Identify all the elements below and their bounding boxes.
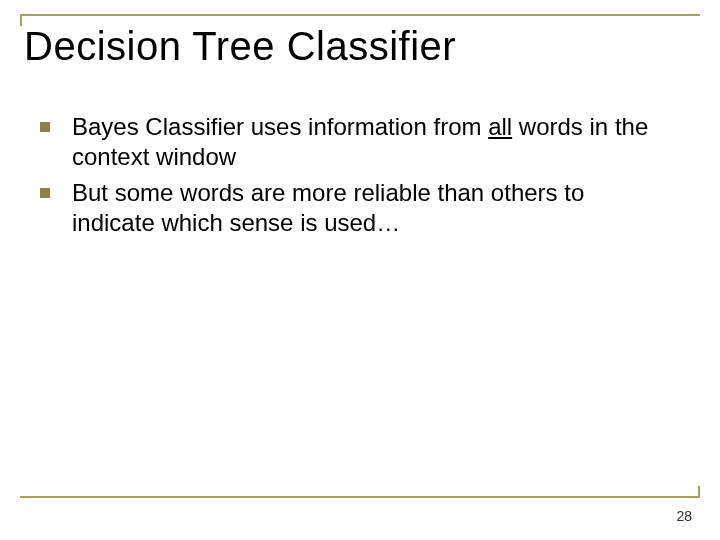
bottom-rule-tick bbox=[698, 486, 700, 498]
bullet-text-underlined: all bbox=[488, 113, 512, 140]
bullet-text: But some words are more reliable than ot… bbox=[72, 178, 672, 238]
top-rule-tick bbox=[20, 14, 22, 26]
bottom-rule bbox=[20, 496, 700, 498]
top-rule bbox=[20, 14, 700, 16]
bullet-text-pre: But some words are more reliable than ot… bbox=[72, 179, 584, 236]
square-bullet-icon bbox=[40, 188, 50, 198]
page-number: 28 bbox=[676, 508, 692, 524]
slide-body: Bayes Classifier uses information from a… bbox=[40, 112, 672, 244]
bullet-text-pre: Bayes Classifier uses information from bbox=[72, 113, 488, 140]
list-item: Bayes Classifier uses information from a… bbox=[40, 112, 672, 172]
list-item: But some words are more reliable than ot… bbox=[40, 178, 672, 238]
slide-title: Decision Tree Classifier bbox=[24, 24, 456, 69]
bullet-text: Bayes Classifier uses information from a… bbox=[72, 112, 672, 172]
slide: Decision Tree Classifier Bayes Classifie… bbox=[0, 0, 720, 540]
square-bullet-icon bbox=[40, 122, 50, 132]
